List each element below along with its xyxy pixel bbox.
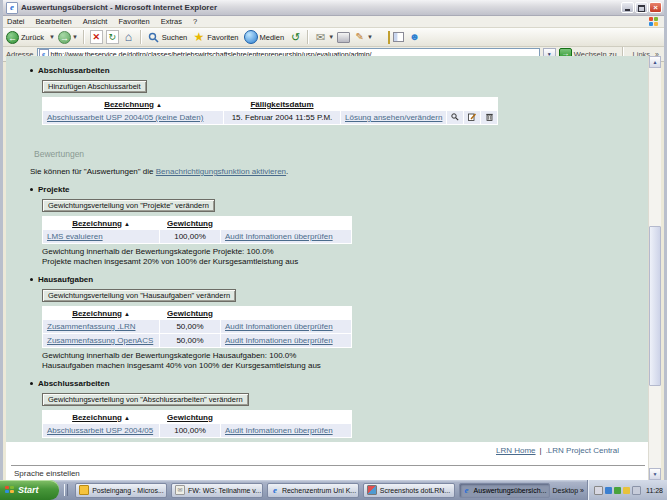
vertical-scrollbar[interactable]: ▲ ▼	[648, 56, 661, 480]
loesung-link[interactable]: Lösung ansehen/verändern	[345, 113, 442, 122]
forward-dropdown-icon[interactable]: ▼	[72, 34, 78, 40]
item-link[interactable]: LMS evaluieren	[47, 232, 103, 241]
lrn-home-link[interactable]: LRN Home	[496, 446, 536, 455]
media-button[interactable]: Medien	[244, 30, 287, 44]
tray-icon-4[interactable]	[623, 487, 630, 494]
abschlussarbeit-link[interactable]: Abschlussarbeit USP 2004/05 (keine Daten…	[47, 113, 203, 122]
language-settings-link[interactable]: Sprache einstellen	[14, 469, 80, 478]
back-dropdown-icon[interactable]: ▼	[49, 34, 55, 40]
print-button[interactable]	[337, 31, 350, 44]
menu-extras[interactable]: Extras	[161, 17, 182, 26]
table-header-row: Bezeichnung▲ Gewichtung	[43, 307, 351, 319]
favorites-button[interactable]: ★ Favoriten	[192, 31, 240, 44]
scroll-down-button[interactable]: ▼	[649, 468, 661, 480]
notification-intro: Sie können für "Auswertungen" die Benach…	[30, 167, 641, 176]
view-magnifier-icon[interactable]	[451, 113, 459, 121]
menu-hilfe[interactable]: ?	[193, 17, 197, 26]
forward-button[interactable]: → ▼	[58, 31, 78, 44]
page-footer: LRN Home|.LRN Project Central Sprache ei…	[6, 442, 661, 480]
task-mail-message[interactable]: ✉ FW: WG: Teilnahme v...	[171, 483, 263, 498]
windows-logo-icon	[649, 17, 660, 27]
add-abschlussarbeit-button[interactable]: Hinzufügen Abschlussarbeit	[42, 80, 147, 93]
category-heading: Hausaufgaben	[30, 274, 641, 284]
edit-button[interactable]: ✎ ▼	[353, 31, 373, 44]
sidebar-toggle-button[interactable]	[392, 31, 405, 44]
weight-distribution-abschlussarbeiten-button[interactable]: Gewichtungsverteilung von "Abschlussarbe…	[42, 393, 249, 406]
discuss-button[interactable]	[376, 31, 389, 44]
table-header-row: Bezeichnung▲ Gewichtung	[43, 217, 351, 229]
lrn-project-central-link[interactable]: .LRN Project Central	[546, 446, 619, 455]
total-note: Hausaufgaben machen insgesamt 40% von 10…	[42, 361, 641, 370]
favorites-star-icon: ★	[192, 31, 205, 44]
scrollbar-thumb[interactable]	[649, 226, 661, 386]
column-header-bezeichnung[interactable]: Bezeichnung▲	[43, 307, 159, 319]
column-header-gewichtung[interactable]: Gewichtung	[160, 217, 220, 229]
item-link[interactable]: Zusammenfassung OpenACS	[47, 336, 153, 345]
column-header-bezeichnung[interactable]: Bezeichnung▲	[43, 217, 159, 229]
weight-value: 50,00%	[160, 320, 220, 333]
clock: 11:28	[646, 487, 663, 494]
minimize-button[interactable]	[621, 2, 634, 13]
search-button[interactable]: Suchen	[147, 31, 189, 44]
column-header-empty	[221, 307, 351, 319]
column-header-bezeichnung[interactable]: Bezeichnung▲	[43, 98, 223, 110]
edit-dropdown-icon[interactable]: ▼	[367, 34, 373, 40]
scroll-up-button[interactable]: ▲	[649, 56, 661, 68]
taskbar: Start Posteingang - Micros... ✉ FW: WG: …	[0, 480, 667, 500]
weight-distribution-hausaufgaben-button[interactable]: Gewichtungsverteilung von "Hausaufgaben"…	[42, 289, 236, 302]
menu-favoriten[interactable]: Favoriten	[118, 17, 149, 26]
table-row: LMS evaluieren 100,00% Audit Infomatione…	[43, 230, 351, 243]
benachrichtigung-link[interactable]: Benachrichtigungsfunktion aktivieren	[156, 167, 286, 176]
tray-icon-1[interactable]	[594, 486, 603, 495]
close-button[interactable]: ×	[649, 2, 662, 13]
envelope-icon: ✉	[175, 485, 185, 495]
refresh-button[interactable]: ↻	[106, 30, 119, 44]
menu-ansicht[interactable]: Ansicht	[83, 17, 108, 26]
section-heading-abschlussarbeiten-top: Abschlussarbeiten	[30, 65, 641, 75]
tray-icon-2[interactable]	[605, 487, 612, 494]
column-header-empty	[341, 98, 446, 110]
task-screenshots[interactable]: Screenshots dotLRN...	[363, 483, 455, 498]
edit-icon[interactable]	[468, 113, 476, 121]
audit-link[interactable]: Audit Infomationen überprüfen	[225, 426, 333, 435]
mail-icon: ✉	[314, 31, 327, 44]
weight-note: Gewichtung innerhalb der Bewertungskateg…	[42, 247, 641, 256]
bullet-icon	[30, 188, 33, 191]
footer-links: LRN Home|.LRN Project Central	[496, 446, 619, 455]
audit-link[interactable]: Audit Infomationen überprüfen	[225, 336, 333, 345]
hausaufgaben-table: Bezeichnung▲ Gewichtung Zusammenfassung …	[42, 306, 352, 348]
messenger-button[interactable]: ☻	[408, 31, 421, 44]
task-posteingang[interactable]: Posteingang - Micros...	[75, 483, 167, 498]
page-body: Abschlussarbeiten Hinzufügen Abschlussar…	[6, 56, 661, 442]
mail-dropdown-icon[interactable]: ▼	[328, 34, 334, 40]
audit-link[interactable]: Audit Infomationen überprüfen	[225, 232, 333, 241]
history-button[interactable]: ↺	[289, 31, 302, 44]
column-header-gewichtung[interactable]: Gewichtung	[160, 411, 220, 423]
desktop-toolbar-label[interactable]: Desktop »	[552, 487, 584, 494]
delete-trash-icon[interactable]	[486, 113, 493, 121]
ie-page-icon: e	[6, 2, 18, 14]
menu-datei[interactable]: Datei	[7, 17, 25, 26]
column-header-gewichtung[interactable]: Gewichtung	[160, 307, 220, 319]
tray-icon-3[interactable]	[614, 487, 621, 494]
stop-button[interactable]: ✕	[90, 30, 103, 44]
start-button[interactable]: Start	[0, 480, 59, 500]
back-button[interactable]: ← Zurück ▼	[6, 31, 55, 44]
ie-icon: e	[271, 486, 279, 494]
menu-bearbeiten[interactable]: Bearbeiten	[36, 17, 72, 26]
grip-icon[interactable]	[64, 484, 68, 496]
home-button[interactable]: ⌂	[122, 31, 135, 44]
column-header-bezeichnung[interactable]: Bezeichnung▲	[43, 411, 159, 423]
edit-pencil-icon: ✎	[353, 31, 366, 44]
item-link[interactable]: Zusammenfassung .LRN	[47, 322, 135, 331]
restore-button[interactable]	[635, 2, 648, 13]
tray-icon-5[interactable]	[632, 486, 641, 495]
total-note: Projekte machen insgesamt 20% von 100% d…	[42, 257, 641, 266]
item-link[interactable]: Abschlussarbeit USP 2004/05	[47, 426, 153, 435]
weight-distribution-projekte-button[interactable]: Gewichtungsverteilung von "Projekte" ver…	[42, 199, 215, 212]
task-rechenzentrum[interactable]: e Rechenzentrum Uni K...	[267, 483, 359, 498]
task-auswertungsuebersicht-active[interactable]: e Auswertungsübersich...	[459, 483, 551, 498]
audit-link[interactable]: Audit Infomationen überprüfen	[225, 322, 333, 331]
mail-button[interactable]: ✉ ▼	[314, 31, 334, 44]
column-header-faelligkeitsdatum[interactable]: Fälligkeitsdatum	[224, 98, 340, 110]
